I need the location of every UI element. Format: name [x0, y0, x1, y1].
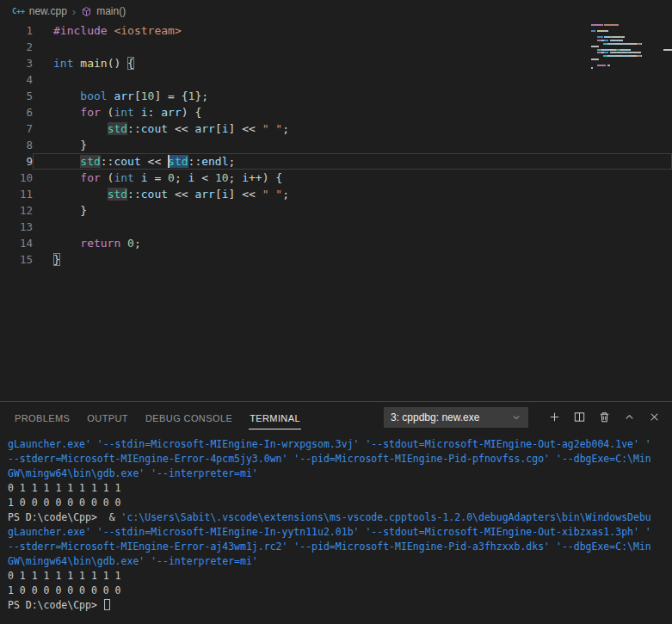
code-token: 0 [168, 171, 175, 184]
code-token [53, 237, 80, 250]
code-line[interactable]: 3int main() { [0, 55, 672, 71]
panel-header: PROBLEMS OUTPUT DEBUG CONSOLE TERMINAL 3… [0, 402, 672, 432]
line-number: 10 [0, 170, 33, 186]
code-line[interactable]: 15} [0, 251, 672, 268]
code-token [53, 106, 80, 119]
code-token [53, 155, 80, 168]
code-line[interactable]: 6 for (int i: arr) { [0, 104, 672, 120]
code-token: for [80, 106, 100, 119]
code-token: " " [262, 188, 282, 201]
tab-debug-console[interactable]: DEBUG CONSOLE [145, 405, 233, 429]
code-token: cout [141, 122, 168, 135]
terminal-line: PS D:\code\Cpp> [8, 598, 672, 613]
code-line[interactable]: 9 std::cout << std::endl; [0, 153, 672, 170]
line-number: 4 [0, 71, 33, 88]
code-token: std [80, 155, 100, 168]
code-line-text: std::cout << std::endl; [33, 153, 672, 170]
code-line-text: } [33, 251, 672, 268]
code-token: bool [80, 90, 107, 102]
code-line[interactable]: 10 for (int i = 0; i < 10; i++) { [0, 170, 672, 186]
code-token: :: [188, 155, 202, 168]
code-line[interactable]: 13 [0, 219, 672, 235]
editor-pane: C++ new.cpp › main() 1#include <iostream… [0, 0, 672, 401]
code-token: } [53, 204, 87, 217]
split-icon [573, 411, 586, 423]
kill-terminal-button[interactable] [595, 408, 613, 427]
terminal-line: gLauncher.exe' '--stdin=Microsoft-MIEngi… [8, 437, 672, 452]
code-line[interactable]: 5 bool arr[10] = {1}; [0, 88, 672, 104]
code-token: }; [194, 90, 208, 102]
close-panel-button[interactable] [644, 408, 663, 427]
terminal-picker-select[interactable]: 3: cppdbg: new.exe [384, 407, 528, 428]
terminal-output[interactable]: gLauncher.exe' '--stdin=Microsoft-MIEngi… [0, 432, 672, 613]
tab-terminal[interactable]: TERMINAL [249, 405, 301, 429]
code-token: ; [229, 155, 236, 168]
code-line[interactable]: 14 return 0; [0, 235, 672, 251]
code-token: ( [101, 106, 114, 119]
code-line[interactable]: 12 } [0, 202, 672, 219]
code-line[interactable]: 7 std::cout << arr[i] << " "; [0, 120, 672, 137]
minimap-line [591, 52, 670, 53]
breadcrumb-symbol[interactable]: main() [96, 5, 126, 17]
code-token [53, 90, 80, 102]
code-token: < [194, 171, 214, 184]
code-token: arr [194, 122, 214, 135]
line-number: 7 [0, 120, 33, 137]
code-token: ; [175, 171, 188, 184]
code-token: ; [229, 171, 243, 184]
minimap-line [591, 59, 670, 60]
code-token: << [168, 122, 194, 135]
minimap-line [591, 65, 670, 66]
minimap-line [591, 49, 670, 51]
code-token: for [80, 171, 100, 184]
code-token: ++) { [249, 171, 282, 184]
code-token: return [80, 237, 120, 250]
minimap-line [591, 55, 670, 57]
terminal-cursor [104, 599, 110, 610]
minimap-cursor-marker [663, 49, 672, 51]
code-token [120, 237, 127, 250]
maximize-panel-button[interactable] [620, 408, 638, 427]
code-token: int [53, 57, 73, 70]
terminal-line: GW\mingw64\bin\gdb.exe' '--interpreter=m… [8, 466, 672, 481]
chevron-right-icon: › [71, 6, 77, 17]
terminal-line: 1 0 0 0 0 0 0 0 0 0 [8, 584, 672, 598]
code-line[interactable]: 8 } [0, 137, 672, 153]
code-token: 0 [127, 237, 134, 250]
code-token: endl [201, 155, 228, 168]
code-editor[interactable]: 1#include <iostream>23int main() {45 boo… [0, 22, 672, 268]
line-number: 9 [0, 153, 33, 170]
minimap[interactable] [591, 24, 670, 71]
code-token: int [114, 171, 133, 184]
minimap-line [591, 61, 670, 63]
code-line[interactable]: 2 [0, 39, 672, 55]
code-line[interactable]: 4 [0, 71, 672, 88]
line-number: 3 [0, 55, 33, 71]
code-token: ] << [229, 188, 262, 201]
code-line-text [33, 71, 672, 88]
code-token: cout [114, 155, 140, 168]
code-line[interactable]: 11 std::cout << arr[i] << " "; [0, 186, 672, 202]
chevron-down-icon [511, 412, 521, 423]
code-token [134, 171, 141, 184]
tab-problems[interactable]: PROBLEMS [14, 405, 71, 429]
code-line-text: for (int i = 0; i < 10; i++) { [33, 170, 672, 186]
code-line[interactable]: 1#include <iostream> [0, 22, 672, 39]
minimap-line [591, 36, 670, 38]
minimap-line [591, 30, 670, 32]
split-terminal-button[interactable] [570, 408, 589, 427]
tab-output[interactable]: OUTPUT [86, 405, 129, 429]
terminal-line: --stderr=Microsoft-MIEngine-Error-aj43wm… [8, 540, 672, 554]
code-token: arr [161, 106, 181, 119]
line-number: 1 [0, 22, 33, 39]
new-terminal-button[interactable] [545, 408, 564, 427]
code-token: i [242, 171, 249, 184]
code-line-text: } [33, 202, 672, 219]
terminal-line: gLauncher.exe' '--stdin=Microsoft-MIEngi… [8, 525, 672, 540]
terminal-line: PS D:\code\Cpp> & 'c:\Users\Sabit\.vscod… [8, 510, 672, 525]
terminal-picker-value: 3: cppdbg: new.exe [391, 411, 479, 423]
minimap-line [591, 34, 670, 35]
code-line-text: #include <iostream> [33, 22, 672, 39]
breadcrumb-file[interactable]: new.cpp [29, 5, 67, 17]
close-icon [648, 411, 661, 423]
